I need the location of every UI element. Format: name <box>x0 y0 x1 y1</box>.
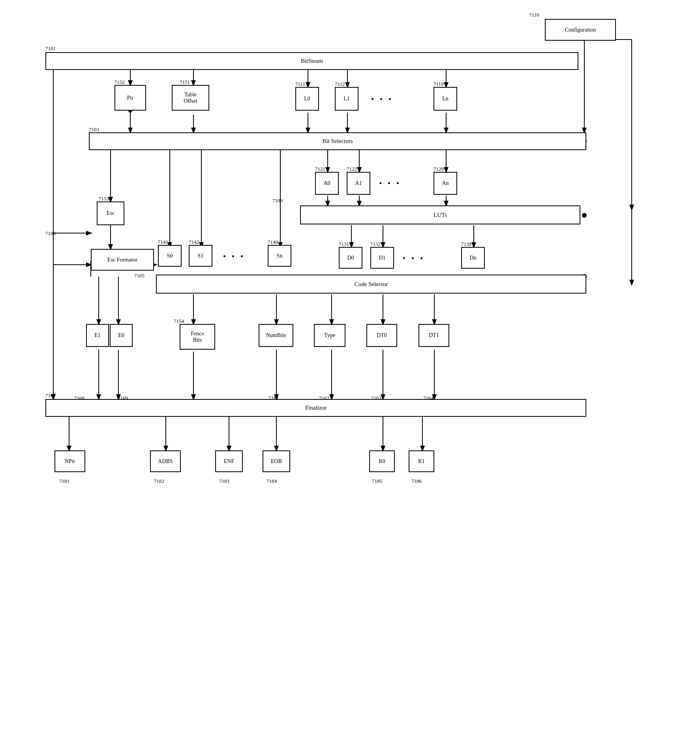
ptr-box: Ptr <box>114 85 146 111</box>
eob-box: EOB <box>263 450 290 472</box>
d1-box: D1 <box>370 247 394 269</box>
dn-box: Dn <box>461 247 485 269</box>
r1-box: R1 <box>409 450 434 472</box>
s0-label: S0 <box>167 253 173 259</box>
nptr-id: 7181 <box>59 478 69 484</box>
code-selector-label: Code Selector <box>355 281 388 288</box>
ln-id: 7119 <box>434 81 444 87</box>
esc-formator-box: Esc Formator <box>91 249 154 271</box>
r0-box: R0 <box>369 450 395 472</box>
e1-label: E1 <box>94 332 101 339</box>
bit-selectors-label: Bit Selectors <box>322 138 353 145</box>
bit-selectors-id: 7103 <box>89 126 99 133</box>
finalizor-label: Finalizor <box>305 405 327 411</box>
svg-point-27 <box>582 213 587 218</box>
d1-id: 7132 <box>370 241 381 247</box>
luts-label: LUTs <box>434 212 447 218</box>
l1-id: 7112 <box>335 81 345 87</box>
e1-box: E1 <box>86 324 109 347</box>
bitstream-id: 7101 <box>45 45 56 52</box>
r1-label: R1 <box>418 458 424 465</box>
an-box: An <box>434 172 457 195</box>
table-offset-label: Table Offset <box>184 92 197 104</box>
bitstream-box: BitSteam <box>45 52 578 70</box>
adbs-label: ADBS <box>158 458 173 465</box>
l1-label: L1 <box>343 96 350 102</box>
ptr-label: Ptr <box>127 95 133 101</box>
config-box: Configuration <box>545 19 616 41</box>
dn-id: 7139 <box>461 241 471 247</box>
esc-id: 7153 <box>99 196 109 202</box>
esc-box: Esc <box>97 201 124 225</box>
eob-id: 7184 <box>266 478 277 484</box>
adbs-box: ADBS <box>150 450 181 472</box>
type-label: Type <box>324 332 335 339</box>
d0-box: D0 <box>339 247 362 269</box>
enf-box: ENF <box>215 450 243 472</box>
a0-label: A0 <box>323 180 330 186</box>
diagram-arrows <box>0 0 700 740</box>
a1-label: A1 <box>355 180 362 186</box>
table-offset-box: Table Offset <box>172 85 209 111</box>
numbits-label: NumBits <box>266 332 286 339</box>
r0-id: 7185 <box>372 478 382 484</box>
enf-label: ENF <box>224 458 234 465</box>
s0-box: S0 <box>158 245 182 267</box>
ln-box: Ln <box>434 87 457 111</box>
s0-id: 7141 <box>158 239 168 245</box>
dt1-label: DT1 <box>429 332 439 339</box>
ptr-id: 7152 <box>114 79 125 85</box>
s1-id: 7142 <box>189 239 199 245</box>
bit-selectors-box: Bit Selectors <box>89 132 586 150</box>
an-label: An <box>442 180 449 186</box>
a0-box: A0 <box>315 172 339 195</box>
dots-s: • • • <box>223 252 245 261</box>
numbits-box: NumBits <box>259 324 293 347</box>
type-box: Type <box>314 324 345 347</box>
dt0-box: DT0 <box>366 324 397 347</box>
an-id: 7129 <box>434 166 444 172</box>
adbs-id: 7182 <box>154 478 164 484</box>
r0-label: R0 <box>379 458 385 465</box>
config-id: 7110 <box>529 12 539 18</box>
finalizor-box: Finalizor <box>45 399 586 417</box>
fence-bits-label: Fence Bits <box>191 331 204 343</box>
dots-a: • • • <box>379 179 401 188</box>
bitstream-label: BitSteam <box>301 58 323 64</box>
dt1-box: DT1 <box>418 324 449 347</box>
luts-box: LUTs <box>300 205 580 224</box>
code-selector-box: Code Selector <box>156 275 586 294</box>
l0-id: 7111 <box>295 81 305 87</box>
a0-id: 7121 <box>315 166 325 172</box>
fence-bits-box: Fence Bits <box>180 324 215 350</box>
esc-label: Esc <box>107 210 114 217</box>
a1-id: 7122 <box>347 166 357 172</box>
d0-label: D0 <box>347 255 354 261</box>
nptr-label: NPtr <box>65 458 75 465</box>
d1-label: D1 <box>379 255 385 261</box>
sn-box: Sn <box>268 245 291 267</box>
config-label: Configuration <box>565 27 596 33</box>
dots-l: • • • <box>371 95 393 104</box>
a1-box: A1 <box>347 172 370 195</box>
l0-label: L0 <box>304 96 310 102</box>
sn-label: Sn <box>277 253 283 259</box>
eob-label: EOB <box>271 458 282 465</box>
dots-d: • • • <box>403 254 425 263</box>
code-selector-id: 7105 <box>134 273 145 279</box>
enf-id: 7183 <box>219 478 229 484</box>
s1-label: S1 <box>198 253 204 259</box>
sn-id: 7149 <box>268 239 278 245</box>
dn-label: Dn <box>469 255 476 261</box>
esc-formator-label: Esc Formator <box>107 257 137 263</box>
fence-bits-id: 7154 <box>174 318 184 324</box>
table-offset-id: 7151 <box>180 79 190 85</box>
l1-box: L1 <box>335 87 358 111</box>
d0-id: 7131 <box>339 241 349 247</box>
diagram-container: Configuration 7110 BitSteam 7101 Ptr 715… <box>0 0 700 740</box>
s1-box: S1 <box>189 245 212 267</box>
r1-id: 7186 <box>411 478 422 484</box>
l0-box: L0 <box>295 87 319 111</box>
ln-label: Ln <box>442 96 449 102</box>
e0-label: E0 <box>118 332 124 339</box>
